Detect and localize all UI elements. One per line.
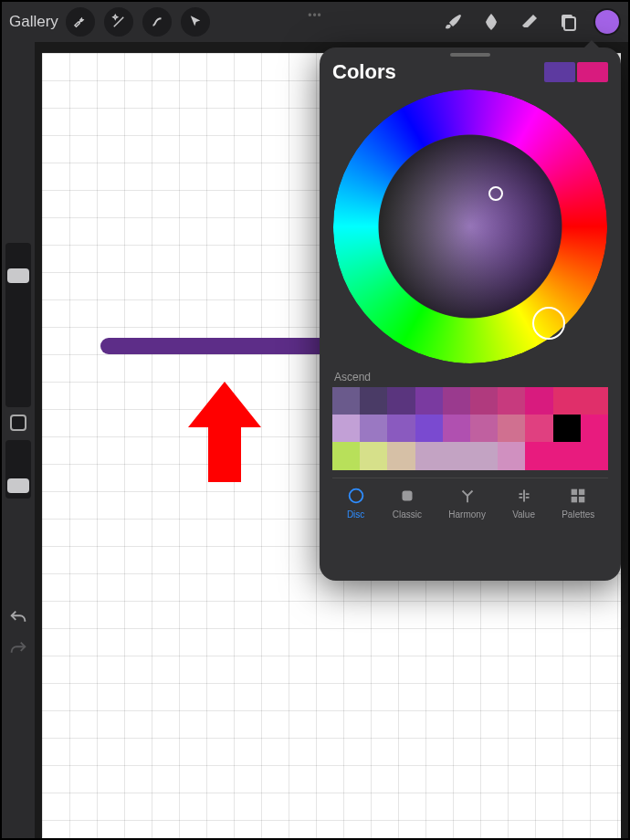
classic-icon	[397, 486, 417, 506]
primary-swatch[interactable]	[544, 62, 575, 82]
brush-icon[interactable]	[440, 9, 466, 35]
palette-swatch[interactable]	[387, 387, 415, 415]
palette-swatch[interactable]	[470, 442, 498, 469]
tab-palettes[interactable]: Palettes	[562, 486, 594, 520]
palette-swatch[interactable]	[581, 442, 608, 469]
svg-rect-6	[572, 497, 577, 502]
tab-label: Palettes	[562, 509, 594, 520]
palette-swatch[interactable]	[332, 415, 360, 442]
palette-swatch[interactable]	[498, 442, 525, 469]
undo-button[interactable]	[8, 608, 28, 628]
tab-label: Harmony	[448, 509, 486, 520]
gallery-button[interactable]: Gallery	[9, 13, 58, 31]
palette-swatch[interactable]	[581, 387, 608, 415]
svg-rect-1	[564, 17, 575, 30]
modify-button[interactable]	[10, 415, 26, 431]
palette-swatch[interactable]	[360, 387, 387, 415]
palette-swatch[interactable]	[498, 415, 525, 442]
disc-icon	[346, 486, 366, 506]
opacity-thumb[interactable]	[7, 478, 29, 493]
top-toolbar: Gallery •••	[2, 2, 628, 42]
palette-swatch[interactable]	[415, 415, 443, 442]
brush-size-track[interactable]	[5, 243, 31, 407]
panel-arrow	[584, 40, 599, 47]
color-panel: Colors Ascend Disc Classic Harmony Value	[320, 47, 621, 581]
palette-swatch[interactable]	[415, 442, 443, 469]
color-wheel[interactable]	[333, 89, 607, 363]
svg-rect-4	[572, 488, 577, 494]
more-indicator: •••	[308, 9, 322, 22]
palette-swatch[interactable]	[443, 415, 470, 442]
svg-point-2	[349, 488, 362, 502]
tab-classic[interactable]: Classic	[393, 486, 422, 520]
palette-swatch[interactable]	[332, 442, 360, 469]
palette-swatch[interactable]	[332, 387, 360, 415]
palette-swatch[interactable]	[470, 387, 498, 415]
palette-swatch[interactable]	[443, 442, 470, 469]
palette-swatch[interactable]	[525, 387, 552, 415]
palette-swatch[interactable]	[470, 415, 498, 442]
saturation-disc[interactable]	[379, 135, 562, 318]
cursor-icon[interactable]	[181, 7, 210, 37]
palette-swatch[interactable]	[553, 442, 581, 469]
tab-disc[interactable]: Disc	[346, 486, 366, 520]
color-button[interactable]	[593, 8, 621, 36]
svg-rect-5	[579, 488, 584, 494]
tab-value[interactable]: Value	[512, 486, 535, 520]
secondary-swatch[interactable]	[577, 62, 608, 82]
panel-tabs: Disc Classic Harmony Value Palettes	[332, 478, 608, 520]
left-sidebar	[2, 42, 35, 838]
tab-harmony[interactable]: Harmony	[448, 486, 486, 520]
value-icon	[514, 486, 534, 506]
palette-swatch[interactable]	[360, 442, 387, 469]
palette-swatch[interactable]	[443, 387, 470, 415]
panel-title: Colors	[332, 60, 396, 84]
svg-rect-3	[402, 490, 412, 500]
sv-picker[interactable]	[488, 186, 503, 201]
palette-swatch[interactable]	[553, 415, 581, 442]
s-curve-icon[interactable]	[142, 7, 172, 37]
palette-swatch[interactable]	[525, 415, 552, 442]
smudge-icon[interactable]	[478, 9, 504, 35]
eraser-icon[interactable]	[517, 9, 542, 35]
tab-label: Classic	[393, 509, 422, 520]
tab-label: Disc	[347, 509, 364, 520]
brush-size-thumb[interactable]	[7, 268, 29, 283]
palette-swatch[interactable]	[581, 415, 608, 442]
redo-button[interactable]	[8, 639, 28, 659]
palette-swatch[interactable]	[415, 387, 443, 415]
svg-rect-7	[579, 497, 584, 502]
palettes-icon	[568, 486, 588, 506]
wrench-icon[interactable]	[66, 7, 95, 37]
palette-swatch[interactable]	[360, 415, 387, 442]
layers-icon[interactable]	[555, 9, 581, 35]
panel-handle[interactable]	[450, 53, 490, 57]
palette-swatch[interactable]	[553, 387, 581, 415]
palette-grid	[332, 387, 608, 470]
tab-label: Value	[512, 509, 535, 520]
harmony-icon	[457, 486, 478, 506]
drawn-stroke	[100, 338, 338, 354]
annotation-arrow	[188, 382, 261, 482]
wand-icon[interactable]	[104, 7, 133, 37]
palette-swatch[interactable]	[387, 415, 415, 442]
palette-swatch[interactable]	[498, 387, 525, 415]
hue-picker[interactable]	[532, 307, 565, 340]
palette-swatch[interactable]	[525, 442, 552, 469]
palette-name: Ascend	[334, 371, 606, 383]
palette-swatch[interactable]	[387, 442, 415, 469]
